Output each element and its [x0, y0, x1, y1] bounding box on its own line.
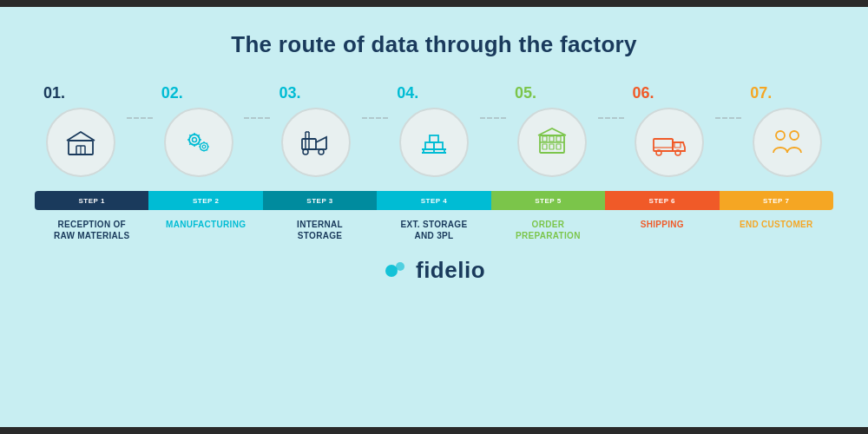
step-item-5: 05.	[506, 84, 598, 177]
steps-row: 01. 02. 03. 04.	[35, 84, 833, 177]
connector-5	[598, 117, 624, 119]
step-number-5: 05.	[515, 84, 536, 102]
connector-2	[244, 117, 270, 119]
svg-rect-16	[430, 135, 438, 142]
connector-1	[127, 117, 153, 119]
step-bar-3: STEP 3	[263, 191, 377, 210]
svg-rect-15	[434, 142, 443, 149]
step-bar-2: STEP 2	[148, 191, 262, 210]
page-title: The route of data through the factory	[26, 31, 842, 58]
step-bar-6: STEP 6	[605, 191, 719, 210]
svg-point-3	[189, 135, 200, 145]
step-label-3: INTERNALSTORAGE	[263, 219, 377, 241]
step-circle-3	[281, 108, 351, 177]
step-label-7: END CUSTOMER	[720, 219, 833, 241]
svg-rect-14	[425, 142, 434, 149]
step-item-1: 01.	[35, 84, 127, 177]
svg-rect-25	[549, 136, 554, 141]
step-item-7: 07.	[741, 84, 833, 177]
step-label-2: MANUFACTURING	[148, 219, 262, 241]
connector-4	[480, 117, 506, 119]
connector-6	[715, 117, 741, 119]
logo-text: fidelio	[416, 257, 485, 284]
step-label-6: SHIPPING	[605, 219, 719, 241]
logo-area: fidelio	[26, 257, 842, 284]
svg-point-36	[776, 131, 785, 140]
svg-point-37	[790, 131, 799, 140]
step-circle-5	[517, 108, 587, 177]
step-label-4: EXT. STORAGEAND 3PL	[377, 219, 490, 241]
step-bar-row: STEP 1STEP 2STEP 3STEP 4STEP 5STEP 6STEP…	[35, 191, 833, 210]
step-number-1: 01.	[43, 84, 65, 102]
step-label-1: RECEPTION OFRAW MATERIALS	[35, 219, 148, 241]
step-bar-7: STEP 7	[720, 191, 833, 210]
svg-point-39	[385, 265, 398, 277]
fidelio-logo-icon	[383, 258, 409, 284]
step-item-6: 06.	[624, 84, 716, 177]
step-bar-5: STEP 5	[491, 191, 605, 210]
svg-rect-30	[654, 139, 673, 151]
step-number-2: 02.	[161, 84, 183, 102]
diagram: 01. 02. 03. 04.	[26, 84, 842, 241]
step-label-5: ORDERPREPARATION	[491, 219, 605, 241]
top-bar	[0, 0, 868, 7]
main-content: The route of data through the factory 01…	[0, 7, 868, 284]
step-number-4: 04.	[397, 84, 418, 102]
step-circle-1	[46, 108, 115, 177]
bottom-bar	[0, 427, 868, 434]
svg-point-6	[202, 145, 206, 148]
step-number-3: 03.	[279, 84, 300, 102]
labels-row: RECEPTION OFRAW MATERIALSMANUFACTURINGIN…	[35, 219, 833, 241]
svg-point-40	[396, 262, 404, 271]
step-item-3: 03.	[270, 84, 362, 177]
connector-3	[362, 117, 388, 119]
step-bar-4: STEP 4	[377, 191, 490, 210]
svg-rect-24	[542, 136, 547, 141]
svg-rect-26	[556, 136, 561, 141]
step-number-6: 06.	[633, 84, 654, 102]
step-bar-1: STEP 1	[35, 191, 148, 210]
step-circle-7	[753, 108, 822, 177]
svg-rect-27	[542, 144, 547, 149]
step-circle-2	[164, 108, 233, 177]
step-circle-4	[399, 108, 469, 177]
step-item-2: 02.	[153, 84, 245, 177]
svg-rect-28	[549, 144, 554, 149]
step-number-7: 07.	[750, 84, 772, 102]
svg-point-4	[192, 138, 196, 142]
step-circle-6	[635, 108, 704, 177]
step-item-4: 04.	[388, 84, 480, 177]
svg-rect-29	[556, 144, 561, 149]
